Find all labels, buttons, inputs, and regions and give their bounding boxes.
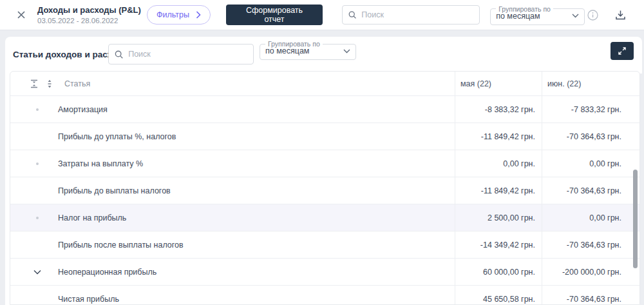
row-value-june: -7 833,32 грн.: [542, 96, 639, 123]
expand-icon: [618, 46, 627, 55]
search-icon: [348, 10, 357, 20]
report-title-block[interactable]: Доходы и расходы (P&L) 03.05.2022 - 28.0…: [37, 5, 134, 25]
download-icon: [615, 10, 626, 21]
row-value-may: 60 000,00 грн.: [455, 259, 542, 285]
row-label: Прибыль до уплаты %, налогов: [58, 132, 176, 141]
panel-search: [108, 44, 254, 64]
chevron-down-icon: [343, 49, 350, 54]
table-row[interactable]: Прибыль после выплаты налогов -14 349,42…: [10, 231, 639, 258]
table-row[interactable]: Прибыль до уплаты %, налогов -11 849,42 …: [10, 123, 639, 150]
row-label: Затраты на выплату %: [58, 159, 143, 168]
chevron-down-icon: [33, 270, 41, 275]
topbar-search: [342, 5, 480, 25]
row-value-may: 2 500,00 грн.: [455, 204, 542, 231]
table-row[interactable]: Прибыль до выплаты налогов -11 849,42 гр…: [10, 177, 639, 204]
chevron-right-icon: [196, 11, 201, 19]
row-value-june: -200 000,00 грн.: [542, 259, 639, 285]
row-label: Прибыль после выплаты налогов: [58, 241, 184, 250]
table-row[interactable]: Неоперационная прибыль 60 000,00 грн. -2…: [10, 258, 639, 285]
row-value-may: -8 383,32 грн.: [455, 96, 542, 123]
generate-report-button[interactable]: Сформировать отчет: [226, 5, 323, 25]
row-value-may: -11 849,42 грн.: [455, 123, 542, 150]
filters-button[interactable]: Фильтры: [147, 5, 211, 25]
table-row[interactable]: Чистая прибыль 45 650,58 грн. -70 364,63…: [10, 285, 639, 305]
close-icon: [17, 10, 26, 19]
table-body: Амортизация -8 383,32 грн. -7 833,32 грн…: [10, 95, 639, 305]
chevron-down-icon: [572, 14, 579, 18]
table-row[interactable]: Амортизация -8 383,32 грн. -7 833,32 грн…: [10, 95, 639, 123]
search-input[interactable]: [361, 10, 474, 19]
row-value-may: -14 349,42 грн.: [455, 231, 542, 258]
column-header-june[interactable]: июн. (22): [542, 72, 639, 95]
panel-search-input[interactable]: [128, 50, 248, 59]
page-title: Доходы и расходы (P&L): [37, 5, 141, 15]
column-header-may[interactable]: мая (22): [455, 72, 542, 95]
date-range: 03.05.2022 - 28.06.2022: [37, 17, 134, 25]
row-marker[interactable]: [30, 270, 45, 275]
report-card: Статьи доходов и расходов Группировать п…: [5, 37, 642, 305]
row-value-june: -70 364,63 грн.: [542, 286, 639, 305]
row-value-june: 0,00 грн.: [542, 204, 639, 231]
row-value-may: 45 650,58 грн.: [455, 286, 542, 305]
column-header-article[interactable]: Статья: [64, 79, 90, 88]
row-marker[interactable]: [30, 162, 45, 165]
group-by-select[interactable]: Группировать по по месяцам: [490, 5, 585, 25]
filters-button-label: Фильтры: [156, 10, 189, 19]
row-marker[interactable]: [30, 108, 45, 111]
row-label: Амортизация: [58, 105, 108, 114]
table-row[interactable]: Налог на прибыль 2 500,00 грн. 0,00 грн.: [10, 204, 639, 231]
pl-table: Статья мая (22) июн. (22) Амортизация -8…: [10, 71, 640, 305]
panel-group-by-select[interactable]: Группировать по по месяцам: [260, 40, 356, 60]
panel-toolbar: Статьи доходов и расходов Группировать п…: [5, 37, 642, 71]
row-label: Налог на прибыль: [58, 213, 126, 222]
row-label: Неоперационная прибыль: [58, 268, 156, 277]
vertical-scrollbar[interactable]: [633, 170, 638, 268]
collapsed-node-icon: [36, 108, 39, 111]
row-value-may: 0,00 грн.: [455, 150, 542, 177]
row-label: Прибыль до выплаты налогов: [58, 186, 171, 195]
row-value-june: -70 364,63 грн.: [542, 231, 639, 258]
row-value-june: -70 364,63 грн.: [542, 177, 639, 204]
collapsed-node-icon: [36, 217, 39, 219]
info-icon: [587, 10, 598, 21]
download-button[interactable]: [612, 7, 629, 23]
row-label: Чистая прибыль: [58, 295, 119, 304]
fullscreen-button[interactable]: [611, 42, 634, 60]
info-button[interactable]: [585, 7, 601, 23]
row-value-june: 0,00 грн.: [542, 150, 639, 177]
group-by-value: по месяцам: [496, 12, 540, 21]
row-marker[interactable]: [30, 217, 45, 219]
search-icon: [114, 49, 124, 60]
row-value-may: -11 849,42 грн.: [455, 177, 542, 204]
top-toolbar: Доходы и расходы (P&L) 03.05.2022 - 28.0…: [0, 0, 644, 30]
close-button[interactable]: [14, 8, 28, 22]
group-by-value: по месяцам: [265, 46, 309, 55]
page-background-strip: [640, 74, 642, 305]
table-header-row: Статья мая (22) июн. (22): [10, 72, 639, 95]
table-row[interactable]: Затраты на выплату % 0,00 грн. 0,00 грн.: [10, 150, 639, 177]
row-value-june: -70 364,63 грн.: [542, 123, 639, 150]
collapsed-node-icon: [36, 162, 39, 165]
collapse-rows-icon[interactable]: [30, 79, 39, 88]
expand-rows-icon[interactable]: [45, 79, 54, 88]
